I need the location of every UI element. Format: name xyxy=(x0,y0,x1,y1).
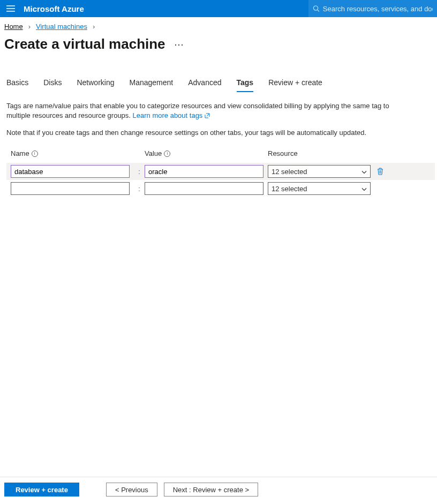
brand-label: Microsoft Azure xyxy=(21,4,84,13)
top-bar: Microsoft Azure xyxy=(0,0,437,17)
tab-tags[interactable]: Tags xyxy=(237,76,254,92)
tag-row: : 12 selected xyxy=(11,180,431,197)
chevron-down-icon xyxy=(361,168,367,176)
tab-review[interactable]: Review + create xyxy=(268,76,322,92)
chevron-right-icon: › xyxy=(28,22,31,31)
tabs: Basics Disks Networking Management Advan… xyxy=(0,52,437,93)
tag-value-input[interactable] xyxy=(145,165,263,178)
tab-advanced[interactable]: Advanced xyxy=(188,76,221,92)
colon-separator: : xyxy=(134,168,145,176)
breadcrumb-home[interactable]: Home xyxy=(4,22,23,31)
svg-point-0 xyxy=(313,6,318,10)
svg-line-1 xyxy=(318,10,319,11)
external-link-icon xyxy=(205,111,210,121)
tag-table: Name i Value i Resource : 12 selected : xyxy=(0,137,437,197)
col-resource-header: Resource xyxy=(268,149,375,157)
tag-headers: Name i Value i Resource xyxy=(11,149,431,163)
info-icon[interactable]: i xyxy=(164,151,170,157)
chevron-down-icon xyxy=(361,185,367,193)
hamburger-menu[interactable] xyxy=(0,0,21,17)
tag-name-input[interactable] xyxy=(11,165,130,178)
previous-button[interactable]: < Previous xyxy=(106,483,157,497)
chevron-right-icon: › xyxy=(93,22,95,31)
delete-tag-button[interactable] xyxy=(375,166,386,177)
tab-management[interactable]: Management xyxy=(130,76,174,92)
info-icon[interactable]: i xyxy=(32,151,38,157)
review-create-button[interactable]: Review + create xyxy=(4,483,79,497)
tag-value-input[interactable] xyxy=(145,182,263,195)
learn-more-link[interactable]: Learn more about tags xyxy=(133,111,210,119)
tab-basics[interactable]: Basics xyxy=(6,76,28,92)
tags-description: Tags are name/value pairs that enable yo… xyxy=(0,93,418,121)
tag-resource-select[interactable]: 12 selected xyxy=(268,182,371,195)
tag-resource-select[interactable]: 12 selected xyxy=(268,165,371,178)
next-button[interactable]: Next : Review + create > xyxy=(164,483,258,497)
tab-disks[interactable]: Disks xyxy=(43,76,62,92)
breadcrumb-virtual-machines[interactable]: Virtual machines xyxy=(36,22,87,31)
more-actions-button[interactable]: ⋯ xyxy=(174,39,185,50)
tag-name-input[interactable] xyxy=(11,182,130,195)
search-input[interactable] xyxy=(323,5,433,13)
trash-icon xyxy=(376,167,384,176)
tags-note: Note that if you create tags and then ch… xyxy=(0,121,418,137)
page-title-row: Create a virtual machine ⋯ xyxy=(0,31,437,52)
global-search[interactable] xyxy=(308,0,437,17)
tag-row: : 12 selected xyxy=(6,163,435,180)
colon-separator: : xyxy=(134,185,145,193)
breadcrumb: Home › Virtual machines › xyxy=(0,17,437,31)
col-name-header: Name i xyxy=(11,149,134,157)
col-value-header: Value i xyxy=(145,149,268,157)
search-icon xyxy=(313,5,320,12)
footer-action-bar: Review + create < Previous Next : Review… xyxy=(0,477,437,504)
tab-networking[interactable]: Networking xyxy=(77,76,114,92)
hamburger-icon xyxy=(6,5,15,12)
page-title: Create a virtual machine xyxy=(4,36,165,52)
